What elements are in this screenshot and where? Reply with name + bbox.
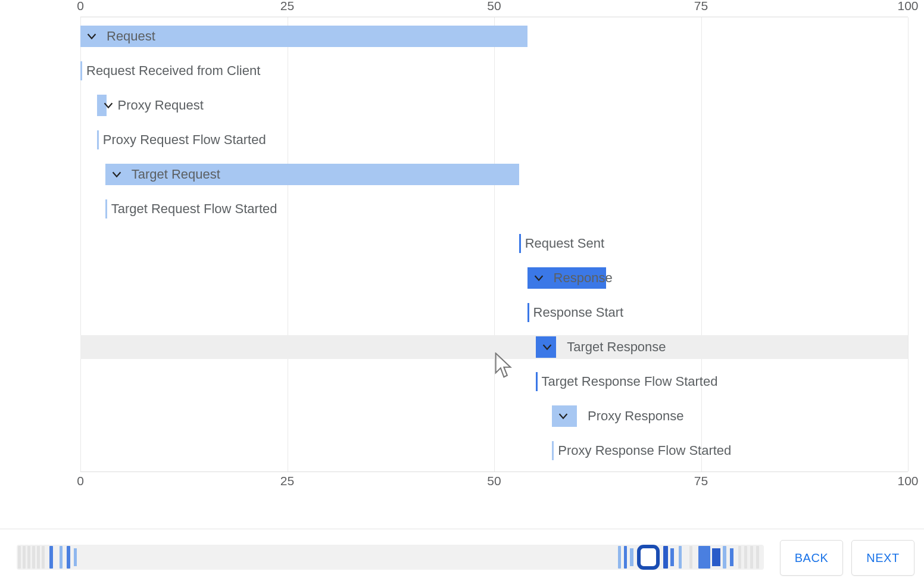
minimap-segment [663, 546, 668, 569]
timeline-chart: 0255075100 RequestRequest Received from … [18, 0, 905, 506]
axis-tick: 50 [487, 474, 501, 488]
chevron-down-icon[interactable] [110, 168, 123, 181]
minimap-segment [23, 546, 26, 569]
minimap-segment [27, 546, 30, 569]
minimap-segment [74, 548, 77, 566]
axis-tick: 100 [897, 0, 918, 13]
span-bar[interactable] [536, 336, 557, 358]
chevron-down-icon[interactable] [532, 271, 545, 285]
minimap-segment [712, 548, 720, 566]
span-label: Request [107, 29, 155, 44]
minimap-segment [689, 546, 692, 569]
event-label: Proxy Request Flow Started [103, 132, 266, 148]
minimap-segment [42, 546, 45, 569]
span-bar[interactable]: Target Request [105, 164, 519, 185]
axis-tick: 75 [694, 474, 708, 488]
minimap-segment [630, 548, 633, 566]
span-bar[interactable] [552, 405, 577, 427]
timeline-event-row[interactable]: Proxy Request Flow Started [80, 128, 908, 152]
timeline-event-row[interactable]: Target Response Flow Started [80, 370, 908, 394]
event-label: Request Received from Client [86, 63, 260, 79]
timeline-span-row[interactable]: Proxy Response [80, 404, 908, 428]
timeline-event-row[interactable]: Request Sent [80, 232, 908, 255]
minimap-segment [698, 546, 710, 569]
chevron-down-icon[interactable] [541, 341, 554, 354]
minimap-segment [60, 546, 63, 569]
event-label: Target Request Flow Started [111, 201, 277, 217]
axis-tick: 50 [487, 0, 501, 13]
event-marker [536, 372, 538, 391]
minimap-segment [670, 548, 674, 566]
back-button-label: BACK [795, 551, 828, 565]
minimap[interactable] [17, 545, 764, 570]
chevron-down-icon[interactable] [557, 410, 570, 423]
minimap-segment [32, 546, 35, 569]
axis-tick: 25 [280, 0, 294, 13]
minimap-segment [679, 546, 682, 569]
span-label: Proxy Request [117, 98, 203, 113]
axis-tick: 0 [77, 0, 84, 13]
chevron-down-icon[interactable] [85, 30, 98, 43]
minimap-segment [624, 546, 627, 569]
minimap-segment [37, 546, 40, 569]
event-label: Request Sent [525, 236, 604, 251]
span-label: Target Response [567, 339, 666, 355]
axis-tick: 25 [280, 474, 294, 488]
event-marker [519, 234, 521, 253]
next-button-label: NEXT [866, 551, 899, 565]
minimap-segment [18, 546, 21, 569]
back-button[interactable]: BACK [780, 540, 843, 576]
event-label: Response Start [533, 305, 624, 320]
timeline-span-row[interactable]: Request [80, 24, 908, 48]
axis-tick: 0 [77, 474, 84, 488]
timeline-event-row[interactable]: Request Received from Client [80, 59, 908, 83]
minimap-segment [738, 546, 741, 569]
event-marker [527, 303, 529, 322]
minimap-segment [750, 546, 753, 569]
span-label: Proxy Response [588, 408, 683, 424]
timeline-span-row[interactable]: Response [80, 266, 908, 290]
event-label: Proxy Response Flow Started [558, 443, 731, 458]
span-bar[interactable] [97, 95, 107, 116]
span-bar[interactable]: Request [80, 26, 527, 47]
event-marker [552, 441, 554, 460]
minimap-segment [618, 546, 621, 569]
gridline [908, 17, 909, 472]
axis-tick: 100 [897, 474, 918, 488]
minimap-segment [49, 546, 53, 569]
event-marker [105, 199, 107, 218]
axis-tick: 75 [694, 0, 708, 13]
footer: BACK NEXT [0, 529, 924, 587]
span-bar[interactable]: Response [527, 267, 606, 289]
minimap-handle[interactable] [637, 545, 660, 570]
timeline-event-row[interactable]: Proxy Response Flow Started [80, 439, 908, 463]
minimap-segment [67, 546, 70, 569]
minimap-segment [730, 548, 733, 566]
event-marker [80, 61, 82, 80]
timeline-span-row[interactable]: Target Response [80, 335, 908, 359]
timeline-plot[interactable]: RequestRequest Received from ClientProxy… [80, 17, 908, 472]
event-label: Target Response Flow Started [542, 374, 718, 389]
span-label: Target Request [132, 167, 220, 182]
next-button[interactable]: NEXT [851, 540, 914, 576]
chevron-down-icon[interactable] [102, 99, 115, 112]
timeline-span-row[interactable]: Target Request [80, 163, 908, 186]
minimap-segment [723, 546, 726, 569]
timeline-span-row[interactable]: Proxy Request [80, 93, 908, 117]
timeline-event-row[interactable]: Response Start [80, 301, 908, 324]
minimap-segment [756, 546, 759, 569]
minimap-segment [744, 546, 747, 569]
span-label: Response [554, 270, 613, 286]
event-marker [97, 130, 99, 149]
timeline-event-row[interactable]: Target Request Flow Started [80, 197, 908, 221]
